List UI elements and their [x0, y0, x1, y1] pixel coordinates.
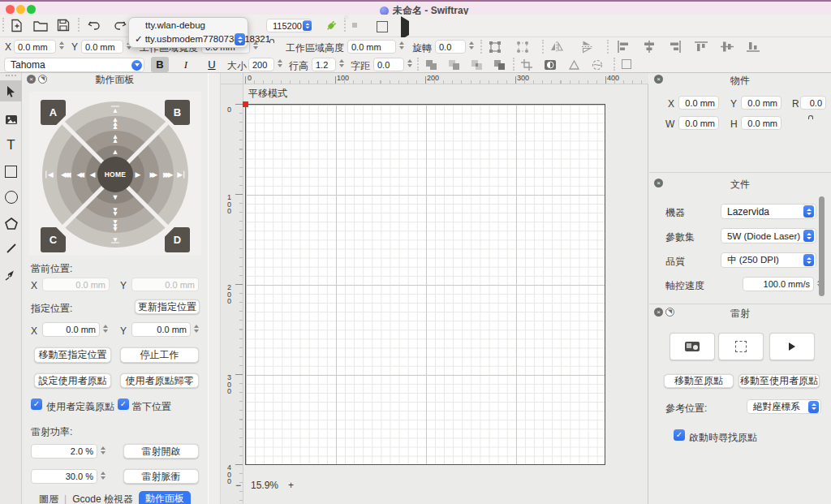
update-target-button[interactable]: 更新指定位置	[135, 299, 200, 314]
reference-select[interactable]: 絕對座標系	[747, 399, 821, 414]
close-panel-icon[interactable]: ×	[654, 308, 663, 317]
jog-up-2-icon[interactable]: ▲▲	[112, 135, 118, 142]
jog-right-2-icon[interactable]: ▶▶	[150, 170, 154, 179]
target-x-stepper-icon[interactable]	[101, 325, 110, 333]
current-position-checkbox[interactable]: ✓	[118, 398, 129, 410]
jog-right-max-icon[interactable]: ▶	[177, 171, 184, 179]
preview-button[interactable]	[670, 333, 715, 360]
close-window-button[interactable]	[6, 5, 15, 14]
move-to-target-button[interactable]: 移動至指定位置	[34, 347, 111, 363]
palette-drag-handle[interactable]	[6, 75, 16, 76]
tab-gcode-viewer[interactable]: Gcode 檢視器	[72, 493, 133, 504]
jog-left-3-icon[interactable]: ◀◀◀	[61, 170, 67, 179]
close-panel-icon[interactable]: ×	[27, 75, 36, 84]
spacing-stepper-icon[interactable]	[406, 59, 414, 67]
line-height-field[interactable]: 1.2	[312, 58, 336, 71]
work-area[interactable]	[245, 104, 605, 465]
laser-power-high-field[interactable]: 30.0 %	[31, 469, 97, 484]
dock-splitter[interactable]	[208, 73, 221, 504]
object-w-field[interactable]: 0.0 mm	[678, 116, 719, 130]
underline-button[interactable]: U	[203, 57, 221, 72]
tool-line[interactable]	[0, 238, 22, 259]
jog-right-1-icon[interactable]: ▶	[136, 171, 141, 179]
tool-image[interactable]	[0, 109, 22, 130]
laser-power-high-stepper-icon[interactable]	[99, 472, 107, 480]
laser-pulse-button[interactable]: 雷射脈衝	[123, 469, 199, 484]
workarea-height-stepper-icon[interactable]	[398, 41, 406, 50]
jog-left-1-icon[interactable]: ◀	[90, 171, 96, 179]
boolean-union-icon[interactable]	[425, 59, 437, 71]
y-field[interactable]: 0.0 mm	[81, 40, 123, 54]
spacing-field[interactable]: 0.0	[373, 58, 404, 71]
jog-home-button[interactable]: HOME	[97, 157, 133, 192]
jog-down-1-icon[interactable]: ▼	[112, 194, 119, 201]
boolean-subtract-icon[interactable]	[448, 59, 460, 71]
detach-panel-icon[interactable]: ◥	[665, 308, 674, 317]
tool-pen[interactable]	[0, 264, 22, 285]
redo-icon[interactable]	[114, 19, 127, 31]
new-file-icon[interactable]	[10, 19, 24, 32]
tool-ellipse[interactable]	[0, 187, 22, 208]
canvas-viewport[interactable]: 平移模式	[243, 84, 648, 504]
sharpen-icon[interactable]	[568, 59, 580, 71]
flip-vertical-icon[interactable]	[579, 41, 594, 54]
detach-panel-icon[interactable]: ◥	[38, 75, 47, 84]
open-folder-icon[interactable]	[33, 20, 48, 32]
jog-up-max-icon[interactable]: ▲	[111, 106, 119, 112]
port-select-stepper-icon[interactable]	[235, 33, 245, 45]
jog-down-3-icon[interactable]: ▼▼▼	[112, 220, 118, 231]
go-user-origin-button[interactable]: 移動至使用者原點	[738, 374, 820, 388]
align-top-icon[interactable]	[695, 41, 708, 53]
close-panel-icon[interactable]: ×	[654, 75, 663, 84]
stop-work-button[interactable]: 停止工作	[120, 347, 199, 363]
target-y-stepper-icon[interactable]	[192, 325, 200, 333]
align-right-icon[interactable]	[669, 41, 682, 53]
minimize-window-button[interactable]	[16, 5, 25, 14]
boolean-difference-icon[interactable]	[493, 59, 506, 71]
boolean-intersect-icon[interactable]	[471, 59, 483, 71]
object-y-field[interactable]: 0.0 mm	[741, 96, 781, 110]
align-bottom-icon[interactable]	[747, 41, 760, 53]
jog-left-2-icon[interactable]: ◀◀	[77, 170, 81, 179]
tool-select[interactable]	[0, 80, 22, 101]
zoom-window-button[interactable]	[27, 5, 36, 14]
machine-select[interactable]: Lazervida	[721, 204, 816, 219]
frame-icon[interactable]	[377, 21, 388, 32]
homing-checkbox[interactable]: ✓	[674, 429, 685, 441]
jog-up-1-icon[interactable]: ▲	[112, 149, 119, 156]
size-field[interactable]: 200	[248, 58, 274, 71]
bold-button[interactable]: B	[151, 57, 169, 72]
connect-plug-icon[interactable]	[325, 19, 338, 32]
size-stepper-icon[interactable]	[276, 59, 284, 67]
group-icon[interactable]	[489, 41, 502, 54]
x-field[interactable]: 0.0 mm	[14, 40, 56, 54]
crop-icon[interactable]	[521, 59, 533, 71]
zero-user-origin-button[interactable]: 使用者原點歸零	[120, 373, 199, 388]
menu-item-port-usbmodem[interactable]: ✓ tty.usbmodem7780734518321	[135, 33, 270, 45]
jog-left-max-icon[interactable]: ◀	[45, 171, 53, 179]
tool-text[interactable]: T	[0, 135, 22, 156]
close-panel-icon[interactable]: ×	[654, 179, 663, 187]
font-select[interactable]: Tahoma	[4, 58, 144, 72]
laser-power-low-field[interactable]: 2.0 %	[31, 444, 97, 459]
save-icon[interactable]	[57, 19, 70, 32]
user-origin-checkbox[interactable]: ✓	[31, 398, 42, 410]
baud-select[interactable]: 115200	[266, 19, 312, 32]
laser-on-button[interactable]: 雷射開啟	[123, 444, 199, 459]
laser-power-low-stepper-icon[interactable]	[99, 446, 107, 454]
align-middle-v-icon[interactable]	[721, 41, 734, 53]
go-origin-button[interactable]: 移動至原點	[664, 374, 734, 388]
jog-down-max-icon[interactable]: ▼	[111, 238, 119, 243]
jog-down-2-icon[interactable]: ▼▼	[112, 208, 118, 215]
x-stepper-icon[interactable]	[58, 41, 66, 50]
tool-polygon[interactable]	[0, 213, 22, 234]
set-user-origin-button[interactable]: 設定使用者原點	[34, 373, 111, 388]
flip-horizontal-icon[interactable]	[550, 41, 565, 53]
play-icon[interactable]	[401, 21, 409, 36]
preset-select[interactable]: 5W (Diode Laser)	[721, 228, 816, 243]
object-r-field[interactable]: 0.0	[800, 96, 826, 110]
object-x-field[interactable]: 0.0 mm	[678, 96, 719, 110]
align-center-h-icon[interactable]	[643, 41, 656, 53]
align-left-icon[interactable]	[617, 41, 630, 53]
rotate-field[interactable]: 0.0	[435, 40, 466, 54]
